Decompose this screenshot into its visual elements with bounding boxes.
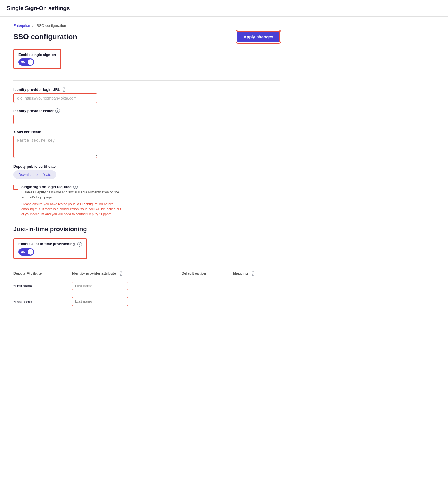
- page-title: Single Sign-On settings: [7, 5, 70, 11]
- enable-jit-label: Enable Just-in-time provisioning i: [18, 242, 82, 247]
- enable-jit-box: Enable Just-in-time provisioning i ON: [13, 238, 87, 259]
- breadcrumb-current: SSO configuration: [37, 23, 66, 28]
- apply-changes-button[interactable]: Apply changes: [237, 31, 280, 42]
- sso-required-content: Single sign-on login required i Disables…: [21, 185, 122, 217]
- sso-required-description: Disables Deputy password and social medi…: [21, 190, 122, 200]
- idp-url-label: Identity provider login URL i: [13, 87, 280, 92]
- enable-sso-box: Enable single sign-on ON: [13, 49, 61, 69]
- sso-toggle-thumb: [28, 59, 33, 65]
- idp-issuer-input[interactable]: [13, 115, 97, 124]
- x509-textarea[interactable]: [13, 136, 97, 158]
- jit-toggle-track[interactable]: ON: [18, 248, 34, 256]
- idp-attr-col-info-icon[interactable]: i: [119, 271, 123, 276]
- attributes-table-header: Deputy Attribute Identity provider attri…: [13, 269, 280, 278]
- table-row: *Last name: [13, 294, 280, 309]
- last-name-idp-input[interactable]: [72, 297, 128, 306]
- breadcrumb-parent[interactable]: Enterprise: [13, 23, 30, 28]
- jit-section-title: Just-in-time provisioning: [13, 226, 280, 233]
- last-name-mapping: [233, 294, 280, 309]
- idp-url-field: Identity provider login URL i: [13, 87, 280, 103]
- jit-toggle-thumb: [28, 249, 33, 255]
- sso-required-info-icon[interactable]: i: [73, 185, 78, 189]
- sso-config-title: SSO configuration: [13, 32, 77, 41]
- first-name-mapping: [233, 278, 280, 294]
- first-name-idp-input[interactable]: [72, 282, 128, 290]
- last-name-deputy-attr: *Last name: [13, 294, 72, 309]
- idp-url-info-icon[interactable]: i: [62, 87, 66, 92]
- idp-issuer-info-icon[interactable]: i: [55, 108, 60, 113]
- jit-toggle-label: ON: [21, 250, 25, 254]
- sso-required-label: Single sign-on login required i: [21, 185, 122, 189]
- col-deputy-attr: Deputy Attribute: [13, 269, 72, 278]
- first-name-default: [182, 278, 233, 294]
- enable-sso-label: Enable single sign-on: [18, 53, 56, 57]
- last-name-idp-attr: [72, 294, 182, 309]
- section-header: SSO configuration Apply changes: [13, 31, 280, 42]
- x509-field: X.509 certificate: [13, 130, 280, 159]
- content-area: Enterprise > SSO configuration SSO confi…: [0, 17, 293, 316]
- breadcrumb-separator: >: [32, 23, 34, 28]
- jit-toggle[interactable]: ON: [18, 248, 82, 256]
- breadcrumb: Enterprise > SSO configuration: [13, 23, 280, 28]
- idp-url-input[interactable]: [13, 93, 97, 103]
- sso-toggle-label: ON: [21, 60, 25, 64]
- col-idp-attr: Identity provider attribute i: [72, 269, 182, 278]
- page-header: Single Sign-On settings: [0, 0, 448, 17]
- sso-required-row: Single sign-on login required i Disables…: [13, 185, 280, 217]
- col-default-option: Default option: [182, 269, 233, 278]
- sso-toggle-track[interactable]: ON: [18, 58, 34, 66]
- attributes-table: Deputy Attribute Identity provider attri…: [13, 269, 280, 310]
- idp-issuer-label: Identity provider issuer i: [13, 108, 280, 113]
- table-row: *First name: [13, 278, 280, 294]
- sso-required-checkbox[interactable]: [13, 185, 18, 190]
- mapping-col-info-icon[interactable]: i: [251, 271, 255, 276]
- section-divider: [13, 80, 280, 81]
- deputy-cert-field: Deputy public certificate Download certi…: [13, 164, 280, 179]
- first-name-deputy-attr: *First name: [13, 278, 72, 294]
- idp-issuer-field: Identity provider issuer i: [13, 108, 280, 124]
- download-certificate-button[interactable]: Download certificate: [13, 170, 56, 179]
- sso-required-warning: Please ensure you have tested your SSO c…: [21, 202, 122, 217]
- last-name-default: [182, 294, 233, 309]
- deputy-cert-label: Deputy public certificate: [13, 164, 280, 169]
- col-mapping: Mapping i: [233, 269, 280, 278]
- sso-toggle[interactable]: ON: [18, 58, 56, 66]
- jit-info-icon[interactable]: i: [77, 242, 82, 247]
- x509-label: X.509 certificate: [13, 130, 280, 134]
- first-name-idp-attr: [72, 278, 182, 294]
